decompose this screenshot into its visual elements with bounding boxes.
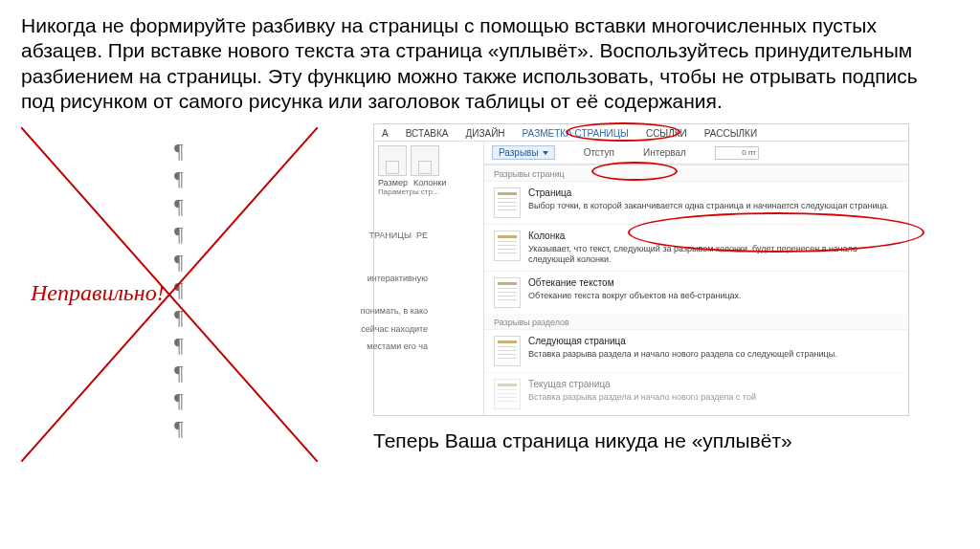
tab-references[interactable]: ССЫЛКИ <box>644 128 689 139</box>
pilcrow-icon: ¶ <box>174 220 184 248</box>
menu-item-page[interactable]: Страница Выбор точки, в которой заканчив… <box>484 181 908 224</box>
menu-item-desc: Вставка разрыва раздела и начало нового … <box>528 392 756 402</box>
size-button[interactable]: Размер <box>378 178 408 187</box>
pilcrow-icon: ¶ <box>174 192 184 220</box>
section-break-icon <box>494 336 521 366</box>
pilcrow-icon: ¶ <box>174 248 184 275</box>
menu-item-text-wrapping[interactable]: Обтекание текстом Обтекание текста вокру… <box>484 271 908 314</box>
tab-design[interactable]: ДИЗАЙН <box>464 128 507 139</box>
page-break-icon <box>494 187 521 218</box>
section-break-icon <box>494 379 521 409</box>
pilcrow-icon: ¶ <box>174 331 184 359</box>
pilcrow-icon: ¶ <box>174 137 184 165</box>
caption: Теперь Ваша страница никуда не «уплывёт» <box>373 429 928 452</box>
menu-item-desc: Обтекание текста вокруг объектов на веб-… <box>528 291 742 300</box>
breaks-button[interactable]: Разрывы <box>492 145 555 160</box>
empty-paragraph-marks: ¶ ¶ ¶ ¶ ¶ ¶ ¶ ¶ ¶ ¶ ¶ <box>174 137 184 442</box>
wrong-example: ¶ ¶ ¶ ¶ ¶ ¶ ¶ ¶ ¶ ¶ ¶ Неправильно! <box>21 127 318 462</box>
orientation-button[interactable] <box>411 145 439 176</box>
pilcrow-icon: ¶ <box>174 386 184 414</box>
menu-section-sections: Разрывы разделов <box>484 314 908 329</box>
interval-label: Интервал <box>643 147 686 158</box>
breaks-menu: Разрывы страниц Страница Выбор точки, в … <box>484 165 908 415</box>
indent-label: Отступ <box>584 147 614 158</box>
group-label: Параметры стр... <box>378 187 479 196</box>
menu-item-desc: Выбор точки, в которой заканчивается одн… <box>528 201 889 210</box>
main-paragraph: Никогда не формируйте разбивку на страни… <box>21 13 940 114</box>
tab-mailings[interactable]: РАССЫЛКИ <box>702 128 759 139</box>
menu-item-title: Текущая страница <box>528 379 756 391</box>
pilcrow-icon: ¶ <box>174 303 184 331</box>
menu-item-column[interactable]: Колонка Указывает, что текст, следующий … <box>484 224 908 271</box>
menu-item-title: Колонка <box>528 231 899 243</box>
column-break-icon <box>494 231 521 261</box>
menu-item-title: Обтекание текстом <box>528 277 742 290</box>
columns-button[interactable]: Колонки <box>413 178 446 187</box>
spacing-stepper[interactable]: 0 пт <box>715 146 759 160</box>
text-wrap-icon <box>494 277 521 308</box>
page-icon <box>386 161 399 174</box>
breaks-label: Разрывы <box>499 147 539 158</box>
menu-section-pages: Разрывы страниц <box>484 165 908 181</box>
margins-button[interactable] <box>378 145 407 176</box>
menu-item-desc: Указывает, что текст, следующий за разры… <box>528 244 858 264</box>
pilcrow-icon: ¶ <box>174 414 184 442</box>
menu-item-title: Следующая страница <box>528 336 837 348</box>
menu-item-title: Страница <box>528 187 889 200</box>
menu-item-next-page[interactable]: Следующая страница Вставка разрыва разде… <box>484 329 908 372</box>
word-screenshot: ТРАНИЦЫ РЕ интерактивную понимать, в как… <box>373 123 909 416</box>
pilcrow-icon: ¶ <box>174 165 184 192</box>
menu-item-desc: Вставка разрыва раздела и начало нового … <box>528 349 837 359</box>
wrong-label: Неправильно! <box>31 280 165 306</box>
pilcrow-icon: ¶ <box>174 359 184 386</box>
tab-page-layout[interactable]: РАЗМЕТКА СТРАНИЦЫ <box>521 128 631 139</box>
page-setup-group: Размер Колонки Параметры стр... <box>374 142 484 415</box>
chevron-down-icon <box>543 151 548 155</box>
menu-item-current-page[interactable]: Текущая страница Вставка разрыва раздела… <box>484 372 908 415</box>
tab-insert[interactable]: ВСТАВКА <box>404 128 451 139</box>
tab-home[interactable]: А <box>380 128 390 139</box>
ribbon-tabs: А ВСТАВКА ДИЗАЙН РАЗМЕТКА СТРАНИЦЫ ССЫЛК… <box>374 124 908 142</box>
page-icon <box>418 161 432 174</box>
pilcrow-icon: ¶ <box>174 275 184 303</box>
